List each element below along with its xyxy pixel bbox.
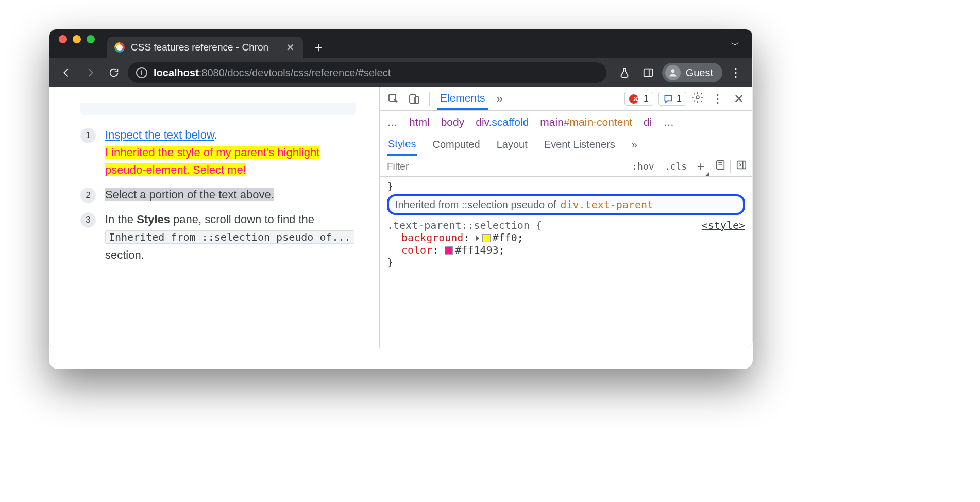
svg-rect-7 — [737, 161, 746, 169]
text: pane, scroll down to find the — [170, 213, 314, 226]
inherited-section-header[interactable]: Inherited from ::selection pseudo of div… — [387, 194, 745, 215]
text: In the — [105, 213, 137, 226]
filter-input[interactable] — [380, 161, 627, 172]
reload-button[interactable] — [104, 63, 124, 82]
bullet-2: 2 — [80, 188, 96, 203]
bullet-3: 3 — [80, 212, 96, 228]
crumb-truncated[interactable]: di — [644, 116, 652, 128]
styles-pane: } Inherited from ::selection pseudo of d… — [380, 177, 752, 274]
selected-text: Select a portion of the text above. — [105, 188, 274, 201]
rule-source-link[interactable]: <style> — [702, 219, 745, 231]
content-area: 1 Inspect the text below. I inherited th… — [49, 87, 752, 348]
tab-title: CSS features reference - Chron — [131, 42, 268, 53]
close-tab-button[interactable]: ✕ — [284, 42, 296, 53]
labs-icon[interactable] — [615, 63, 634, 82]
text: section. — [105, 248, 144, 261]
close-window-button[interactable] — [59, 35, 67, 43]
bullet-1: 1 — [80, 128, 96, 143]
styles-subtabs: Styles Computed Layout Event Listeners » — [380, 133, 752, 156]
inherit-label: Inherited from ::selection pseudo of — [395, 199, 556, 211]
styles-bold: Styles — [137, 213, 170, 226]
titlebar: CSS features reference - Chron ✕ ＋ ﹀ — [49, 29, 752, 58]
more-subtabs-button[interactable]: » — [631, 135, 638, 155]
crumb-main[interactable]: main#main-content — [540, 116, 632, 128]
svg-point-1 — [671, 69, 674, 73]
element-picker-icon[interactable] — [386, 91, 401, 107]
page-header-box — [80, 103, 356, 115]
profile-label: Guest — [686, 67, 713, 79]
close-devtools-button[interactable]: ✕ — [732, 92, 746, 106]
crumb-div-scaffold[interactable]: div.scaffold — [476, 116, 529, 128]
svg-point-5 — [696, 96, 699, 99]
breadcrumb: … html body div.scaffold main#main-conte… — [380, 111, 752, 133]
toggle-sidebar-icon[interactable] — [731, 159, 752, 173]
browser-window: CSS features reference - Chron ✕ ＋ ﹀ i l… — [49, 29, 753, 348]
side-panel-icon[interactable] — [638, 63, 658, 82]
rule-close: } — [387, 256, 745, 269]
list-item: 3 In the Styles pane, scroll down to fin… — [80, 211, 356, 263]
punct: . — [214, 128, 217, 141]
tab-computed[interactable]: Computed — [431, 135, 481, 155]
devtools-panel: Elements » ✕1 1 ⋮ ✕ … html body div.scaf… — [379, 87, 752, 348]
expand-icon[interactable] — [476, 236, 479, 241]
more-tabs-button[interactable]: » — [494, 92, 506, 106]
minimize-window-button[interactable] — [73, 35, 81, 43]
back-button[interactable] — [57, 63, 76, 82]
code-snippet: Inherited from ::selection pseudo of... — [105, 230, 354, 244]
devtools-toolbar: Elements » ✕1 1 ⋮ ✕ — [380, 87, 752, 111]
fullscreen-window-button[interactable] — [87, 35, 95, 43]
crumb-html[interactable]: html — [409, 116, 430, 128]
list-item: 1 Inspect the text below. I inherited th… — [80, 126, 356, 179]
avatar-icon — [665, 65, 681, 80]
profile-button[interactable]: Guest — [662, 63, 722, 82]
chrome-favicon-icon — [114, 42, 125, 53]
url-host: localhost:8080/docs/devtools/css/referen… — [154, 67, 391, 79]
new-tab-button[interactable]: ＋ — [308, 37, 329, 57]
forward-button[interactable] — [80, 63, 100, 82]
list-item: 2 Select a portion of the text above. — [80, 186, 356, 204]
css-declaration[interactable]: color: #ff1493; — [387, 244, 745, 256]
address-bar[interactable]: i localhost:8080/docs/devtools/css/refer… — [128, 62, 606, 83]
prev-rule-close: } — [387, 180, 745, 192]
css-rule-header: .text-parent::selection { <style> — [387, 219, 745, 231]
inherit-target: div.text-parent — [560, 198, 653, 211]
tab-layout[interactable]: Layout — [496, 135, 529, 155]
browser-toolbar: i localhost:8080/docs/devtools/css/refer… — [49, 58, 752, 87]
svg-rect-0 — [644, 69, 652, 77]
window-controls — [59, 29, 107, 58]
inspect-link[interactable]: Inspect the text below — [105, 128, 214, 141]
color-swatch-icon[interactable] — [482, 234, 491, 242]
errors-badge[interactable]: ✕1 — [624, 92, 653, 106]
browser-tab[interactable]: CSS features reference - Chron ✕ — [107, 37, 303, 58]
devtools-menu-button[interactable]: ⋮ — [709, 92, 726, 106]
crumb-prev[interactable]: … — [387, 116, 398, 128]
tab-styles[interactable]: Styles — [387, 134, 417, 156]
crumb-body[interactable]: body — [441, 116, 465, 128]
hov-toggle[interactable]: :hov — [627, 161, 659, 172]
computed-styles-icon[interactable] — [711, 159, 730, 173]
settings-icon[interactable] — [691, 91, 704, 106]
tab-event-listeners[interactable]: Event Listeners — [543, 135, 616, 155]
elements-tab[interactable]: Elements — [437, 88, 488, 110]
styles-filter-bar: :hov .cls +◢ — [380, 156, 752, 177]
tabs-dropdown-button[interactable]: ﹀ — [731, 34, 747, 58]
rule-selector[interactable]: .text-parent::selection { — [387, 219, 542, 231]
cls-toggle[interactable]: .cls — [660, 161, 692, 172]
color-swatch-icon[interactable] — [445, 246, 453, 255]
site-info-icon[interactable]: i — [136, 67, 147, 78]
css-declaration[interactable]: background: #ff0; — [387, 231, 745, 244]
device-toggle-icon[interactable] — [407, 91, 422, 107]
page-content: 1 Inspect the text below. I inherited th… — [49, 87, 379, 348]
crumb-next[interactable]: … — [663, 116, 674, 128]
messages-badge[interactable]: 1 — [658, 92, 686, 106]
highlighted-text[interactable]: I inherited the style of my parent's hig… — [105, 146, 319, 176]
browser-menu-button[interactable]: ⋮ — [726, 65, 745, 80]
